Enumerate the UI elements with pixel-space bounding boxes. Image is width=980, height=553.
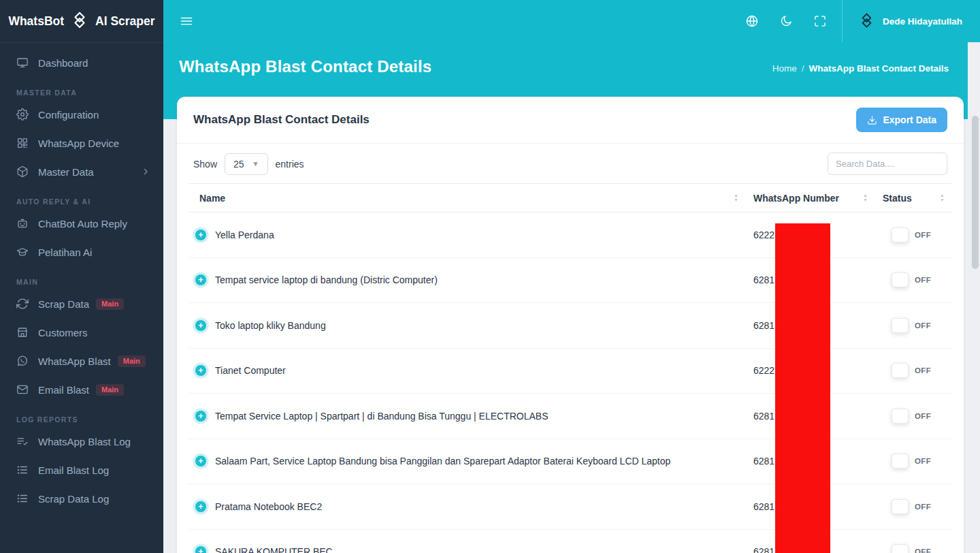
sidebar: WhatsBot AI Scraper Dashboard MASTER DAT… bbox=[0, 0, 163, 553]
status-label: OFF bbox=[915, 321, 931, 330]
contact-name: Tianet Computer bbox=[215, 365, 286, 376]
sidebar-item-label: ChatBot Auto Reply bbox=[38, 218, 127, 230]
whatsapp-icon bbox=[16, 355, 29, 367]
gear-icon bbox=[16, 108, 29, 121]
sidebar-item-pelatihan-ai[interactable]: Pelatihan Ai bbox=[0, 238, 163, 266]
sidebar-item-customers[interactable]: Customers bbox=[0, 318, 163, 347]
status-cell: OFF bbox=[875, 363, 951, 378]
table-header: Name ▲▼ WhatsApp Number ▲▼ Status ▲▼ bbox=[189, 183, 951, 212]
user-menu[interactable]: Dede Hidayatullah bbox=[842, 0, 980, 42]
contact-name: Salaam Part, Service Laptop Bandung bisa… bbox=[215, 456, 670, 467]
contact-name: SAKURA KOMPUTER BEC bbox=[215, 546, 333, 553]
graduation-cap-icon bbox=[16, 246, 29, 258]
status-toggle[interactable] bbox=[892, 454, 909, 469]
table-row: + Pratama Notebook BEC2 62813 OFF bbox=[189, 484, 951, 530]
status-toggle[interactable] bbox=[892, 544, 909, 553]
redaction-overlay bbox=[775, 223, 830, 553]
status-toggle[interactable] bbox=[892, 499, 909, 514]
sidebar-item-label: WhatsApp Device bbox=[38, 138, 119, 149]
column-header-name[interactable]: Name ▲▼ bbox=[189, 184, 745, 212]
plus-circle-icon[interactable]: + bbox=[195, 274, 206, 285]
status-cell: OFF bbox=[875, 318, 951, 333]
status-cell: OFF bbox=[875, 409, 951, 424]
column-header-whatsapp-number[interactable]: WhatsApp Number ▲▼ bbox=[745, 184, 875, 212]
sidebar-item-whatsapp-blast[interactable]: WhatsApp Blast Main bbox=[0, 347, 163, 375]
status-toggle[interactable] bbox=[892, 363, 909, 378]
contact-name: Yella Perdana bbox=[215, 230, 274, 240]
globe-icon[interactable] bbox=[745, 14, 759, 28]
status-label: OFF bbox=[915, 503, 931, 511]
table-row: + Toko laptop kliky Bandung 62815 OFF bbox=[189, 303, 951, 349]
table-row: + SAKURA KOMPUTER BEC 62817 OFF bbox=[189, 530, 951, 553]
sidebar-item-label: Pelatihan Ai bbox=[38, 247, 92, 258]
page-size-select[interactable]: 25 ▼ bbox=[225, 153, 267, 175]
contact-name: Tempat Service Laptop | Spartpart | di B… bbox=[215, 411, 549, 422]
topbar: Dede Hidayatullah bbox=[163, 0, 980, 42]
download-icon bbox=[867, 115, 877, 125]
plus-circle-icon[interactable]: + bbox=[195, 456, 206, 467]
user-avatar-icon bbox=[858, 12, 876, 31]
page-title: WhatsApp Blast Contact Details bbox=[179, 57, 431, 76]
list-check-icon bbox=[16, 435, 29, 447]
page-size-value: 25 bbox=[233, 159, 244, 170]
status-toggle[interactable] bbox=[892, 272, 909, 287]
sidebar-item-whatsapp-blast-log[interactable]: WhatsApp Blast Log bbox=[0, 427, 163, 456]
status-label: OFF bbox=[915, 366, 931, 375]
sidebar-item-email-blast[interactable]: Email Blast Main bbox=[0, 375, 163, 404]
show-label: Show bbox=[193, 159, 217, 170]
status-label: OFF bbox=[915, 412, 931, 420]
main-badge: Main bbox=[118, 356, 146, 367]
contact-name: Tempat service laptop di bandung (Distri… bbox=[215, 274, 438, 285]
mail-icon bbox=[16, 383, 29, 396]
moon-icon[interactable] bbox=[779, 14, 793, 28]
status-cell: OFF bbox=[875, 454, 951, 469]
status-toggle[interactable] bbox=[892, 409, 909, 424]
sidebar-item-label: Configuration bbox=[38, 109, 99, 121]
breadcrumb-home-link[interactable]: Home bbox=[772, 63, 797, 74]
status-toggle[interactable] bbox=[892, 227, 909, 242]
search-input[interactable] bbox=[828, 153, 947, 175]
sidebar-item-label: WhatsApp Blast bbox=[38, 356, 111, 367]
hamburger-icon[interactable] bbox=[180, 14, 193, 28]
export-data-button[interactable]: Export Data bbox=[856, 108, 947, 132]
sidebar-item-label: Customers bbox=[38, 327, 88, 338]
sidebar-section-label: AUTO REPLY & AI bbox=[0, 186, 163, 209]
contact-name: Toko laptop kliky Bandung bbox=[215, 320, 326, 331]
table-body: + Yella Perdana 6222 OFF + Tempat servic… bbox=[189, 212, 951, 553]
breadcrumb: Home / WhatsApp Blast Contact Details bbox=[772, 63, 949, 74]
sidebar-item-master-data[interactable]: Master Data bbox=[0, 157, 163, 186]
list-icon bbox=[16, 464, 29, 476]
plus-circle-icon[interactable]: + bbox=[195, 546, 206, 553]
fullscreen-icon[interactable] bbox=[813, 14, 827, 28]
sidebar-section-label: MAIN bbox=[0, 266, 163, 289]
sidebar-section-label: LOG REPORTS bbox=[0, 404, 163, 427]
chevron-right-icon bbox=[140, 166, 151, 177]
sidebar-item-whatsapp-device[interactable]: WhatsApp Device bbox=[0, 129, 163, 157]
refresh-icon bbox=[16, 298, 29, 310]
plus-circle-icon[interactable]: + bbox=[195, 411, 206, 422]
sort-icon: ▲▼ bbox=[863, 193, 868, 202]
plus-circle-icon[interactable]: + bbox=[195, 365, 206, 376]
sidebar-item-label: Scrap Data Log bbox=[38, 493, 109, 505]
status-label: OFF bbox=[915, 548, 931, 553]
entries-label: entries bbox=[276, 159, 304, 170]
sidebar-item-scrap-data[interactable]: Scrap Data Main bbox=[0, 289, 163, 318]
sidebar-item-dashboard[interactable]: Dashboard bbox=[0, 48, 163, 77]
sidebar-item-chatbot-auto-reply[interactable]: ChatBot Auto Reply bbox=[0, 209, 163, 238]
sidebar-item-configuration[interactable]: Configuration bbox=[0, 100, 163, 129]
sidebar-item-email-blast-log[interactable]: Email Blast Log bbox=[0, 456, 163, 484]
sidebar-item-scrap-data-log[interactable]: Scrap Data Log bbox=[0, 484, 163, 513]
column-header-status[interactable]: Status ▲▼ bbox=[875, 184, 951, 212]
scrollbar-thumb[interactable] bbox=[972, 116, 979, 269]
plus-circle-icon[interactable]: + bbox=[195, 501, 206, 512]
status-cell: OFF bbox=[875, 227, 951, 242]
status-label: OFF bbox=[915, 276, 931, 284]
table-row: + Tempat Service Laptop | Spartpart | di… bbox=[189, 394, 951, 439]
status-label: OFF bbox=[915, 231, 931, 239]
list-icon bbox=[16, 492, 29, 505]
sidebar-item-label: Master Data bbox=[38, 166, 94, 178]
plus-circle-icon[interactable]: + bbox=[195, 230, 206, 240]
status-toggle[interactable] bbox=[892, 318, 909, 333]
plus-circle-icon[interactable]: + bbox=[195, 320, 206, 331]
brand-word-right: AI Scraper bbox=[95, 14, 155, 29]
